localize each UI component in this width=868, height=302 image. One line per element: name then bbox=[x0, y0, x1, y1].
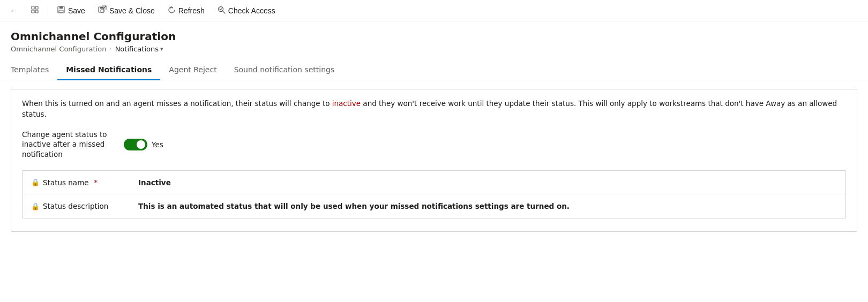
svg-rect-3 bbox=[35, 10, 38, 13]
toggle-yes-label: Yes bbox=[152, 140, 163, 149]
svg-rect-1 bbox=[35, 6, 38, 9]
toggle-track bbox=[124, 139, 147, 150]
save-button[interactable]: Save bbox=[51, 3, 91, 18]
info-text-before: When this is turned on and an agent miss… bbox=[22, 99, 332, 108]
toggle-label: Change agent status to inactive after a … bbox=[22, 130, 113, 160]
save-close-button[interactable]: Save & Close bbox=[93, 3, 160, 18]
check-access-icon bbox=[218, 6, 226, 16]
export-button[interactable] bbox=[25, 3, 44, 18]
svg-rect-0 bbox=[32, 6, 34, 9]
status-description-row: 🔒 Status description This is an automate… bbox=[23, 194, 845, 218]
breadcrumb-separator: · bbox=[109, 45, 111, 53]
tab-agent-reject[interactable]: Agent Reject bbox=[160, 61, 225, 80]
check-access-label: Check Access bbox=[228, 6, 275, 15]
toggle-thumb bbox=[137, 140, 145, 149]
svg-rect-5 bbox=[59, 6, 63, 9]
page-title: Omnichannel Configuration bbox=[11, 30, 857, 43]
page-header: Omnichannel Configuration Omnichannel Co… bbox=[0, 21, 868, 53]
main-content: When this is turned on and an agent miss… bbox=[0, 80, 868, 240]
status-form: 🔒 Status name * Inactive 🔒 Status descri… bbox=[22, 170, 846, 218]
toggle-row: Change agent status to inactive after a … bbox=[22, 130, 846, 160]
svg-rect-6 bbox=[59, 10, 63, 12]
info-text: When this is turned on and an agent miss… bbox=[22, 98, 846, 120]
svg-rect-8 bbox=[100, 7, 103, 9]
info-text-highlight: inactive bbox=[332, 99, 361, 108]
export-icon bbox=[31, 5, 39, 16]
info-box: When this is turned on and an agent miss… bbox=[11, 89, 857, 232]
toolbar-divider-1 bbox=[48, 5, 48, 16]
required-star-status-name: * bbox=[94, 178, 98, 186]
back-icon: ← bbox=[10, 6, 18, 15]
lock-icon-status-description: 🔒 bbox=[31, 202, 40, 210]
toggle-switch[interactable] bbox=[124, 139, 147, 150]
check-access-button[interactable]: Check Access bbox=[212, 4, 281, 18]
svg-rect-2 bbox=[32, 10, 34, 13]
status-description-label: Status description bbox=[43, 202, 108, 210]
back-button[interactable]: ← bbox=[4, 4, 23, 17]
tabs-bar: Templates Missed Notifications Agent Rej… bbox=[0, 61, 868, 80]
status-name-value: Inactive bbox=[138, 178, 171, 187]
tab-sound-notification-settings[interactable]: Sound notification settings bbox=[226, 61, 343, 80]
breadcrumb-chevron-icon[interactable]: ▾ bbox=[160, 46, 163, 52]
status-name-row: 🔒 Status name * Inactive bbox=[23, 171, 845, 194]
breadcrumb-current-label: Notifications bbox=[115, 45, 159, 53]
status-description-value: This is an automated status that will on… bbox=[138, 202, 570, 210]
toolbar: ← Save bbox=[0, 0, 868, 21]
toggle-container: Yes bbox=[124, 139, 163, 150]
status-name-label-container: 🔒 Status name * bbox=[31, 178, 138, 187]
save-close-label: Save & Close bbox=[109, 6, 155, 15]
breadcrumb-current: Notifications ▾ bbox=[115, 45, 163, 53]
breadcrumb-parent[interactable]: Omnichannel Configuration bbox=[11, 45, 106, 53]
tab-missed-notifications[interactable]: Missed Notifications bbox=[57, 61, 160, 80]
save-icon bbox=[57, 5, 65, 16]
svg-line-11 bbox=[222, 11, 225, 13]
save-label: Save bbox=[68, 6, 85, 15]
refresh-icon bbox=[168, 6, 176, 16]
status-name-label: Status name bbox=[43, 178, 89, 187]
refresh-label: Refresh bbox=[178, 6, 205, 15]
status-description-label-container: 🔒 Status description bbox=[31, 202, 138, 210]
lock-icon-status-name: 🔒 bbox=[31, 178, 40, 186]
breadcrumb: Omnichannel Configuration · Notification… bbox=[11, 45, 857, 53]
save-close-icon bbox=[98, 5, 107, 16]
svg-rect-9 bbox=[101, 10, 104, 12]
refresh-button[interactable]: Refresh bbox=[162, 4, 210, 18]
tab-templates[interactable]: Templates bbox=[11, 61, 57, 80]
